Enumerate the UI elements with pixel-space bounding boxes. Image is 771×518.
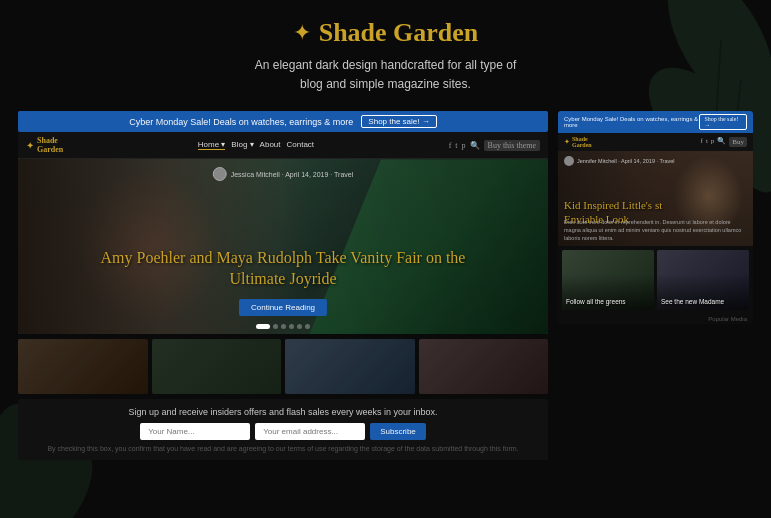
tagline-line1: An elegant dark design handcrafted for a… xyxy=(0,56,771,75)
hero-dot-4[interactable] xyxy=(289,324,294,329)
right-fb-icon[interactable]: f xyxy=(701,137,703,147)
main-content: Cyber Monday Sale! Deals on watches, ear… xyxy=(0,111,771,460)
search-icon[interactable]: 🔍 xyxy=(470,141,480,150)
hero-avatar xyxy=(213,167,227,181)
hero-dots xyxy=(256,324,310,329)
right-thumb-2-overlay xyxy=(657,250,749,310)
hero-dot-6[interactable] xyxy=(305,324,310,329)
right-pi-icon[interactable]: p xyxy=(711,137,715,147)
right-logo-text2: Garden xyxy=(572,142,592,148)
right-hero-author-text: Jennifer Mitchell · April 14, 2019 · Tra… xyxy=(577,158,675,164)
right-column: Cyber Monday Sale! Deals on watches, ear… xyxy=(558,111,753,460)
hero-dot-3[interactable] xyxy=(281,324,286,329)
right-hero: Jennifer Mitchell · April 14, 2019 · Tra… xyxy=(558,151,753,246)
right-thumb-2-label: See the new Madame xyxy=(661,298,745,306)
right-hero-author: Jennifer Mitchell · April 14, 2019 · Tra… xyxy=(564,156,675,166)
right-thumbnails: Follow all the greens See the new Madame xyxy=(558,246,753,314)
mini-logo-icon: ✦ xyxy=(26,140,34,151)
mini-navbar: ✦ Shade Garden Home ▾ Blog ▾ About Conta… xyxy=(18,132,548,159)
right-thumb-1-label: Follow all the greens xyxy=(566,298,650,306)
mini-nav-icons: f t p 🔍 Buy this theme xyxy=(449,140,540,151)
right-nav: ✦ Shade Garden f t p 🔍 Buy xyxy=(558,133,753,151)
nav-link-blog[interactable]: Blog ▾ xyxy=(231,140,253,150)
newsletter-name-input[interactable] xyxy=(140,423,250,440)
site-logo-text: Shade Garden xyxy=(319,18,479,48)
hero-cta-button[interactable]: Continue Reading xyxy=(239,299,327,316)
newsletter-form: Subscribe xyxy=(33,423,533,440)
nav-link-about[interactable]: About xyxy=(260,140,281,150)
newsletter-section: Sign up and receive insiders offers and … xyxy=(18,399,548,460)
left-column: Cyber Monday Sale! Deals on watches, ear… xyxy=(18,111,548,460)
hero-dot-1[interactable] xyxy=(256,324,270,329)
right-tw-icon[interactable]: t xyxy=(706,137,708,147)
right-nav-logo: ✦ Shade Garden xyxy=(564,136,592,148)
right-search-icon[interactable]: 🔍 xyxy=(717,137,726,147)
right-hero-avatar xyxy=(564,156,574,166)
logo-area: ✦ Shade Garden xyxy=(0,18,771,48)
mini-nav-links: Home ▾ Blog ▾ About Contact xyxy=(198,140,314,150)
right-thumb-2[interactable]: See the new Madame xyxy=(657,250,749,310)
right-notif-text: Cyber Monday Sale! Deals on watches, ear… xyxy=(564,116,699,128)
buy-theme-button[interactable]: Buy this theme xyxy=(484,140,540,151)
right-shop-link[interactable]: Shop the sale! → xyxy=(699,114,747,130)
thumbnail-4[interactable] xyxy=(419,339,549,394)
facebook-icon[interactable]: f xyxy=(449,141,452,150)
pinterest-icon[interactable]: p xyxy=(462,141,466,150)
notification-bar: Cyber Monday Sale! Deals on watches, ear… xyxy=(18,111,548,132)
hero-container: Jessica Mitchell · April 14, 2019 · Trav… xyxy=(18,159,548,334)
newsletter-submit-button[interactable]: Subscribe xyxy=(370,423,426,440)
right-panel: Cyber Monday Sale! Deals on watches, ear… xyxy=(558,111,753,324)
newsletter-text: Sign up and receive insiders offers and … xyxy=(33,407,533,417)
right-notification-bar: Cyber Monday Sale! Deals on watches, ear… xyxy=(558,111,753,133)
right-thumb-1-overlay xyxy=(562,250,654,310)
nav-link-home[interactable]: Home ▾ xyxy=(198,140,226,150)
hero-author: Jessica Mitchell · April 14, 2019 · Trav… xyxy=(213,167,354,181)
newsletter-email-input[interactable] xyxy=(255,423,365,440)
notif-text: Cyber Monday Sale! Deals on watches, ear… xyxy=(129,117,353,127)
newsletter-legal-text: By checking this box, you confirm that y… xyxy=(33,445,533,452)
mini-logo: ✦ Shade Garden xyxy=(26,136,63,154)
popular-media-label: Popular Media xyxy=(558,314,753,324)
right-thumb-1[interactable]: Follow all the greens xyxy=(562,250,654,310)
tagline-line2: blog and simple magazine sites. xyxy=(0,75,771,94)
header: ✦ Shade Garden An elegant dark design ha… xyxy=(0,0,771,106)
logo-leaf-icon: ✦ xyxy=(293,20,311,46)
mini-logo-text-line2: Garden xyxy=(37,145,63,154)
right-buy-button[interactable]: Buy xyxy=(729,137,747,147)
hero-dot-5[interactable] xyxy=(297,324,302,329)
thumbnails-row xyxy=(18,339,548,394)
nav-link-contact[interactable]: Contact xyxy=(287,140,315,150)
twitter-icon[interactable]: t xyxy=(455,141,457,150)
hero-author-text: Jessica Mitchell · April 14, 2019 · Trav… xyxy=(231,171,354,178)
right-nav-icons: f t p 🔍 Buy xyxy=(701,137,747,147)
thumbnail-2[interactable] xyxy=(152,339,282,394)
right-hero-desc: Duis aute irure dolor in reprehenderit i… xyxy=(564,219,744,242)
mini-logo-text-line1: Shade xyxy=(37,136,63,145)
hero-title: Amy Poehler and Maya Rudolph Take Vanity… xyxy=(71,248,495,290)
right-logo-icon: ✦ xyxy=(564,138,570,146)
shop-sale-link[interactable]: Shop the sale! → xyxy=(361,115,436,128)
thumbnail-3[interactable] xyxy=(285,339,415,394)
thumbnail-1[interactable] xyxy=(18,339,148,394)
hero-dot-2[interactable] xyxy=(273,324,278,329)
